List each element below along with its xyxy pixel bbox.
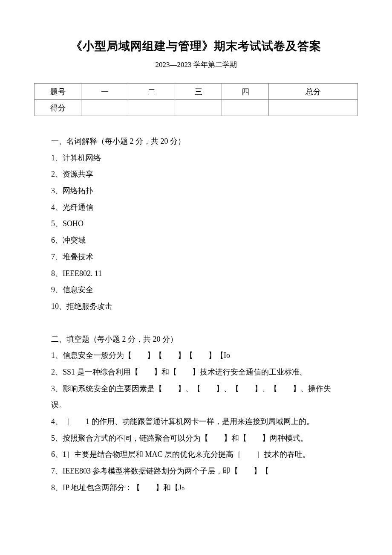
content-body: 一、名词解释（每小题 2 分，共 20 分） 1、计算机网络 2、资源共享 3、…: [34, 133, 358, 496]
score-label: 得分: [35, 100, 81, 116]
list-item: 5、按照聚合方式的不同，链路聚合可以分为【 】和【 】两种模式。: [51, 430, 354, 447]
table-row: 得分: [35, 100, 358, 116]
list-item: 4、［ 1 的作用、功能跟普通计算机网卡一样，是用来连接到局域网上的。: [51, 413, 354, 430]
list-item: 8、IP 地址包含两部分：【 】和【J₀: [51, 479, 354, 496]
score-table: 题号 一 二 三 四 总分 得分: [34, 83, 358, 116]
page-subtitle: 2023—2023 学年第二学期: [34, 60, 358, 70]
header-label: 题号: [35, 84, 81, 100]
list-item: 6、1］主要是结合物理层和 MAC 层的优化来充分提高［ ］技术的吞吐。: [51, 446, 354, 463]
section-heading: 二、填空题（每小题 2 分，共 20 分）: [51, 331, 354, 348]
list-item: 10、拒绝服务攻击: [51, 298, 354, 315]
list-item: 6、冲突域: [51, 232, 354, 249]
page-title: 《小型局域网组建与管理》期末考试试卷及答案: [34, 38, 358, 54]
header-col1: 一: [81, 84, 128, 100]
list-item: 7、堆叠技术: [51, 249, 354, 265]
list-item: 9、信息安全: [51, 282, 354, 298]
table-row: 题号 一 二 三 四 总分: [35, 84, 358, 100]
header-col2: 二: [128, 84, 175, 100]
score-col4: [222, 100, 269, 116]
list-item: 8、IEEE802. 11: [51, 265, 354, 282]
list-item: 2、SS1 是一种综合利用【 】和【 】技术进行安全通信的工业标准。: [51, 364, 354, 381]
list-item: 3、影响系统安全的主要因素是【 】、【 】、【 】、【 】、操作失: [51, 381, 354, 397]
header-total: 总分: [269, 84, 358, 100]
header-col3: 三: [175, 84, 222, 100]
section-heading: 一、名词解释（每小题 2 分，共 20 分）: [51, 133, 354, 150]
wrap-line: 误。: [51, 397, 354, 413]
list-item: 2、资源共享: [51, 166, 354, 183]
list-item: 1、信息安全一般分为【 】【 】【 】【Io: [51, 347, 354, 364]
score-total: [269, 100, 358, 116]
list-item: 5、SOHO: [51, 215, 354, 232]
list-item: 7、IEEE803 参考模型将数据链路划分为两个子层，即【 】【: [51, 463, 354, 479]
list-item: 3、网络拓扑: [51, 183, 354, 199]
score-col3: [175, 100, 222, 116]
header-col4: 四: [222, 84, 269, 100]
list-item: 4、光纤通信: [51, 199, 354, 216]
score-col2: [128, 100, 175, 116]
list-item: 1、计算机网络: [51, 150, 354, 166]
score-col1: [81, 100, 128, 116]
